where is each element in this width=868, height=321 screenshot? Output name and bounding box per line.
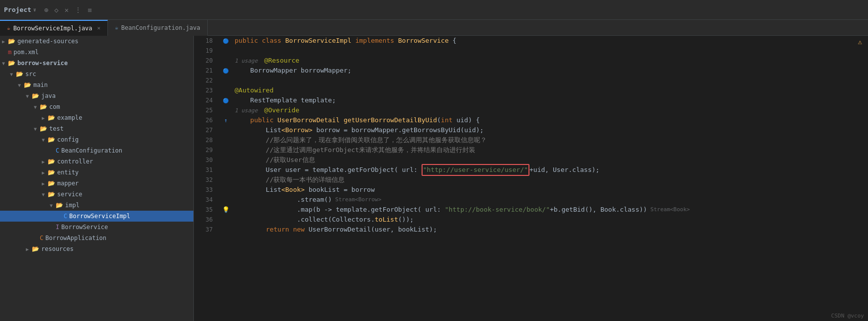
gutter-item-36 xyxy=(221,215,231,225)
code-lines[interactable]: public class BorrowServiceImpl implement… xyxy=(233,36,868,321)
code-line-36: .collect(Collectors.toList()); xyxy=(235,215,868,225)
line-number-28: 28 xyxy=(194,135,213,145)
code-line-27: List<Borrow> borrow = borrowMapper.getBo… xyxy=(235,125,868,135)
code-line-20: 1 usage @Resource xyxy=(235,56,868,66)
tree-item-borrow-service[interactable]: ▼📂borrow-service xyxy=(0,58,193,69)
tree-item-main[interactable]: ▼📂main xyxy=(0,80,193,90)
gutter-item-22 xyxy=(221,76,231,85)
tree-item-entity[interactable]: ▶📂entity xyxy=(0,167,193,178)
gutter-item-19 xyxy=(221,46,231,56)
line-number-30: 30 xyxy=(194,155,213,165)
tab-bean-configuration[interactable]: ☕ BeanConfiguration.java xyxy=(108,20,208,36)
gutter-item-28 xyxy=(221,135,231,145)
code-line-34: .stream() Stream<Borrow> xyxy=(235,195,868,205)
tree-label: main xyxy=(33,81,48,88)
tree-arrow: ▼ xyxy=(34,104,40,110)
line-number-22: 22 xyxy=(194,76,213,85)
tree-item-borrowapplication[interactable]: CBorrowApplication xyxy=(0,233,193,243)
tree-label: generated-sources xyxy=(17,38,79,45)
tree-item-com[interactable]: ▼📂com xyxy=(0,101,193,112)
gutter: 🔵🔵🔵↑💡 xyxy=(219,36,233,321)
tree-arrow: ▼ xyxy=(42,192,48,197)
tab-borrow-close[interactable]: ✕ xyxy=(97,25,101,31)
tabs-bar: ☕ BorrowServiceImpl.java ✕ ☕ BeanConfigu… xyxy=(0,20,868,36)
project-title[interactable]: Project ∨ xyxy=(4,6,36,13)
tree-icon: 📂 xyxy=(8,60,15,67)
tree-icon: 📂 xyxy=(32,245,39,252)
gutter-item-23 xyxy=(221,85,231,95)
gutter-item-32 xyxy=(221,175,231,185)
tree-arrow: ▶ xyxy=(42,181,48,186)
code-line-33: List<Book> bookList = borrow xyxy=(235,185,868,195)
gutter-item-21: 🔵 xyxy=(221,66,231,76)
tab-borrow-service-impl[interactable]: ☕ BorrowServiceImpl.java ✕ xyxy=(0,20,108,36)
code-line-35: .map(b -> template.getForObject( url: "h… xyxy=(235,205,868,215)
tree-label: impl xyxy=(65,202,80,209)
tree-item-test[interactable]: ▼📂test xyxy=(0,123,193,134)
gutter-item-24: 🔵 xyxy=(221,95,231,105)
gutter-item-30 xyxy=(221,155,231,165)
tree-item-config[interactable]: ▼📂config xyxy=(0,134,193,145)
gutter-item-20 xyxy=(221,56,231,66)
tree-item-resources[interactable]: ▶📂resources xyxy=(0,243,193,254)
tree-icon: 📂 xyxy=(8,38,15,45)
tree-item-generated-sources[interactable]: ▶📂generated-sources xyxy=(0,36,193,47)
tab-bean-label: BeanConfiguration.java xyxy=(121,24,200,31)
tree-label: com xyxy=(49,103,60,110)
usage-hint: 1 usage xyxy=(235,107,264,114)
tree-arrow: ▼ xyxy=(2,61,8,66)
line-number-19: 19 xyxy=(194,46,213,56)
tree-item-impl[interactable]: ▼📂impl xyxy=(0,200,193,211)
tree-item-pom-xml[interactable]: mpom.xml xyxy=(0,47,193,58)
line-number-31: 31 xyxy=(194,165,213,175)
tree-item-beanconfiguration[interactable]: CBeanConfiguration xyxy=(0,145,193,156)
tree-arrow: ▶ xyxy=(2,39,8,44)
tree-item-service[interactable]: ▼📂service xyxy=(0,189,193,200)
more-icon[interactable]: ⋮ xyxy=(75,6,82,14)
sidebar: ▶📂generated-sourcesmpom.xml▼📂borrow-serv… xyxy=(0,36,194,321)
tree-label: example xyxy=(57,114,83,121)
line-number-33: 33 xyxy=(194,185,213,195)
tree-item-controller[interactable]: ▶📂controller xyxy=(0,156,193,167)
add-icon[interactable]: ⊕ xyxy=(44,6,48,14)
code-editor: ⚠ 18192021222324252627282930313233343536… xyxy=(194,36,868,321)
tree-item-src[interactable]: ▼📂src xyxy=(0,69,193,80)
tree-item-example[interactable]: ▶📂example xyxy=(0,112,193,123)
warning-icon: ⚠ xyxy=(858,38,862,46)
main-layout: ▶📂generated-sourcesmpom.xml▼📂borrow-serv… xyxy=(0,36,868,321)
tree-item-java[interactable]: ▼📂java xyxy=(0,90,193,101)
code-line-31: User user = template.getForObject( url: … xyxy=(235,165,868,175)
tree-label: BeanConfiguration xyxy=(61,147,122,154)
close-icon[interactable]: ✕ xyxy=(65,6,69,14)
tree-item-mapper[interactable]: ▶📂mapper xyxy=(0,178,193,189)
tree-item-borrowserviceimpl[interactable]: CBorrowServiceImpl xyxy=(0,211,193,222)
tree-arrow: ▼ xyxy=(10,72,16,77)
tree-label: resources xyxy=(41,245,74,252)
tab-borrow-label: BorrowServiceImpl.java xyxy=(13,25,92,32)
menu-icon[interactable]: ≡ xyxy=(87,6,91,14)
file-tree: ▶📂generated-sourcesmpom.xml▼📂borrow-serv… xyxy=(0,36,193,254)
project-chevron: ∨ xyxy=(33,7,36,12)
usage-hint: 1 usage xyxy=(235,58,264,64)
line-number-37: 37 xyxy=(194,225,213,235)
tree-label: entity xyxy=(57,169,79,176)
tree-label: java xyxy=(41,92,56,99)
line-number-35: 35 xyxy=(194,205,213,215)
code-line-18: public class BorrowServiceImpl implement… xyxy=(235,36,868,46)
tab-bean-icon: ☕ xyxy=(115,24,118,31)
tree-label: src xyxy=(25,71,36,78)
gutter-item-34 xyxy=(221,195,231,205)
code-line-21: BorrowMapper borrowMapper; xyxy=(235,66,868,76)
code-line-26: public UserBorrowDetail getUserBorrowDet… xyxy=(235,115,868,125)
tree-label: borrow-service xyxy=(17,60,68,67)
line-number-36: 36 xyxy=(194,215,213,225)
project-label: Project xyxy=(4,6,31,13)
tree-label: test xyxy=(49,125,64,132)
tree-icon: C xyxy=(40,235,43,241)
sync-icon[interactable]: ◇ xyxy=(54,6,58,14)
line-number-26: 26 xyxy=(194,115,213,125)
code-line-25: 1 usage @Override xyxy=(235,105,868,115)
line-number-21: 21 xyxy=(194,66,213,76)
tree-item-borrowservice[interactable]: IBorrowService xyxy=(0,222,193,233)
tree-arrow: ▼ xyxy=(18,82,24,88)
